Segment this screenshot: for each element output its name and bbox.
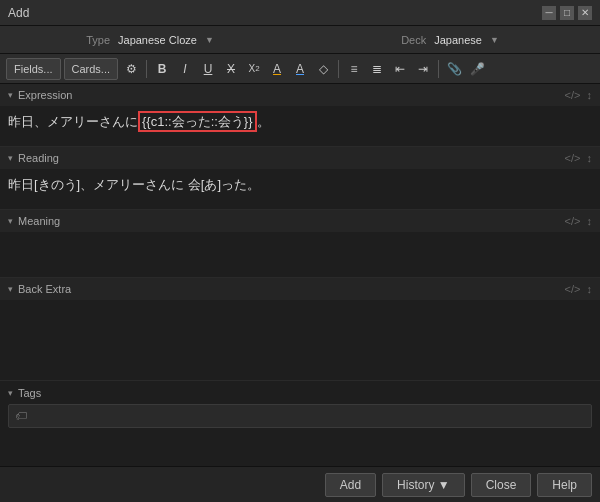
meaning-header[interactable]: ▾ Meaning </> ↕	[0, 210, 600, 232]
record-button[interactable]: 🎤	[467, 58, 487, 80]
meaning-header-left: ▾ Meaning	[8, 215, 565, 227]
reading-header-right: </> ↕	[565, 152, 592, 164]
type-section[interactable]: Type Japanese Cloze ▼	[0, 26, 300, 53]
deck-label: Deck	[401, 34, 426, 46]
meaning-content[interactable]	[0, 232, 600, 277]
settings-button[interactable]: ⚙	[121, 58, 141, 80]
meaning-header-right: </> ↕	[565, 215, 592, 227]
reading-sort-icon[interactable]: ↕	[587, 152, 593, 164]
deck-dropdown-arrow: ▼	[490, 35, 499, 45]
bottom-bar: Add History ▼ Close Help	[0, 466, 600, 502]
deck-section[interactable]: Deck Japanese ▼	[300, 26, 600, 53]
italic-button[interactable]: I	[175, 58, 195, 80]
back-extra-label: Back Extra	[18, 283, 71, 295]
list-unordered-button[interactable]: ≡	[344, 58, 364, 80]
expression-suffix: 。	[257, 114, 270, 129]
expression-sort-icon[interactable]: ↕	[587, 89, 593, 101]
superscript-button[interactable]: X2	[244, 58, 264, 80]
meaning-code-icon[interactable]: </>	[565, 215, 581, 227]
back-extra-header-left: ▾ Back Extra	[8, 283, 565, 295]
bold-button[interactable]: B	[152, 58, 172, 80]
type-dropdown-arrow: ▼	[205, 35, 214, 45]
minimize-button[interactable]: ─	[542, 6, 556, 20]
back-extra-chevron: ▾	[8, 284, 13, 294]
history-button[interactable]: History ▼	[382, 473, 465, 497]
type-label: Type	[86, 34, 110, 46]
erase-button[interactable]: ◇	[313, 58, 333, 80]
toolbar-sep-3	[438, 60, 439, 78]
reading-header-left: ▾ Reading	[8, 152, 565, 164]
type-value: Japanese Cloze	[118, 34, 197, 46]
expression-header-left: ▾ Expression	[8, 89, 565, 101]
reading-label: Reading	[18, 152, 59, 164]
cloze-span: {{c1::会った::会う}}	[138, 111, 257, 132]
meaning-section: ▾ Meaning </> ↕	[0, 210, 600, 278]
tags-header: ▾ Tags	[8, 387, 592, 399]
toolbar-sep-2	[338, 60, 339, 78]
color-b-button[interactable]: A	[290, 58, 310, 80]
tags-input-area[interactable]: 🏷	[8, 404, 592, 428]
expression-prefix: 昨日、メアリーさんに	[8, 114, 138, 129]
toolbar-sep-1	[146, 60, 147, 78]
meaning-label: Meaning	[18, 215, 60, 227]
fields-button[interactable]: Fields...	[6, 58, 61, 80]
expression-label: Expression	[18, 89, 72, 101]
app-title: Add	[8, 6, 29, 20]
indent-dec-button[interactable]: ⇤	[390, 58, 410, 80]
type-deck-row: Type Japanese Cloze ▼ Deck Japanese ▼	[0, 26, 600, 54]
toolbar: Fields... Cards... ⚙ B I U X X2 A A ◇ ≡ …	[0, 54, 600, 84]
app-window: Add ─ □ ✕ Type Japanese Cloze ▼ Deck Jap…	[0, 0, 600, 502]
back-extra-header[interactable]: ▾ Back Extra </> ↕	[0, 278, 600, 300]
back-extra-section: ▾ Back Extra </> ↕	[0, 278, 600, 381]
back-extra-header-right: </> ↕	[565, 283, 592, 295]
strikethrough-button[interactable]: X	[221, 58, 241, 80]
scrollable-content: ▾ Expression </> ↕ 昨日、メアリーさんに{{c1::会った::…	[0, 84, 600, 502]
reading-section: ▾ Reading </> ↕ 昨日[きのう]、メアリーさんに 会[あ]った。	[0, 147, 600, 210]
close-button[interactable]: Close	[471, 473, 532, 497]
underline-button[interactable]: U	[198, 58, 218, 80]
expression-header-right: </> ↕	[565, 89, 592, 101]
expression-section: ▾ Expression </> ↕ 昨日、メアリーさんに{{c1::会った::…	[0, 84, 600, 147]
reading-chevron: ▾	[8, 153, 13, 163]
expression-chevron: ▾	[8, 90, 13, 100]
deck-value: Japanese	[434, 34, 482, 46]
add-button[interactable]: Add	[325, 473, 376, 497]
back-extra-sort-icon[interactable]: ↕	[587, 283, 593, 295]
title-bar-controls: ─ □ ✕	[542, 6, 592, 20]
reading-content[interactable]: 昨日[きのう]、メアリーさんに 会[あ]った。	[0, 169, 600, 209]
back-extra-code-icon[interactable]: </>	[565, 283, 581, 295]
attach-button[interactable]: 📎	[444, 58, 464, 80]
close-window-button[interactable]: ✕	[578, 6, 592, 20]
indent-inc-button[interactable]: ⇥	[413, 58, 433, 80]
color-a-button[interactable]: A	[267, 58, 287, 80]
tags-chevron: ▾	[8, 388, 13, 398]
meaning-sort-icon[interactable]: ↕	[587, 215, 593, 227]
tags-section: ▾ Tags 🏷	[0, 381, 600, 434]
cards-button[interactable]: Cards...	[64, 58, 119, 80]
reading-code-icon[interactable]: </>	[565, 152, 581, 164]
tags-label: Tags	[18, 387, 41, 399]
tag-icon: 🏷	[15, 409, 27, 423]
list-ordered-button[interactable]: ≣	[367, 58, 387, 80]
expression-content[interactable]: 昨日、メアリーさんに{{c1::会った::会う}}。	[0, 106, 600, 146]
maximize-button[interactable]: □	[560, 6, 574, 20]
title-bar-left: Add	[8, 6, 29, 20]
meaning-chevron: ▾	[8, 216, 13, 226]
reading-header[interactable]: ▾ Reading </> ↕	[0, 147, 600, 169]
title-bar: Add ─ □ ✕	[0, 0, 600, 26]
help-button[interactable]: Help	[537, 473, 592, 497]
back-extra-content[interactable]	[0, 300, 600, 380]
expression-header[interactable]: ▾ Expression </> ↕	[0, 84, 600, 106]
expression-code-icon[interactable]: </>	[565, 89, 581, 101]
history-label: History ▼	[397, 478, 450, 492]
